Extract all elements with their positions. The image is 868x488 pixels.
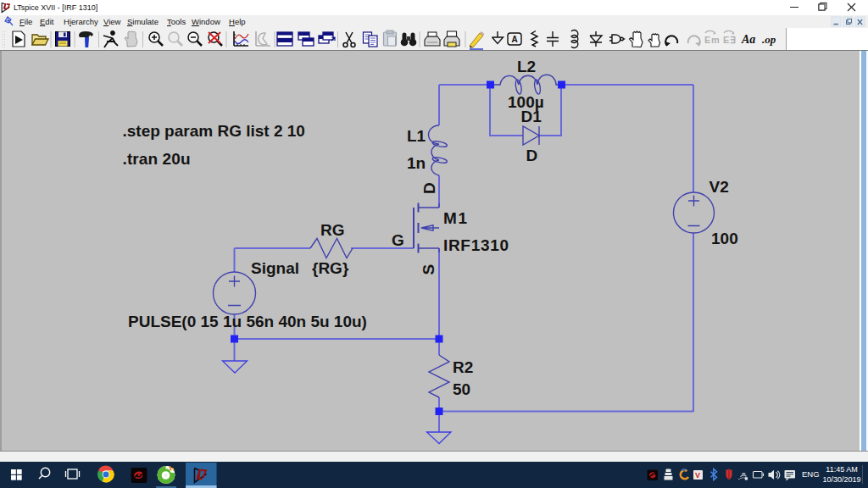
- svg-text:100: 100: [711, 230, 738, 247]
- svg-text:Signal: Signal: [251, 259, 299, 277]
- svg-text:PULSE(0 15 1u 56n 40n 5u 10u): PULSE(0 15 1u 56n 40n 5u 10u): [128, 313, 367, 330]
- svg-text:1n: 1n: [407, 154, 426, 172]
- svg-text:IRF1310: IRF1310: [443, 236, 509, 254]
- svg-text:{RG}: {RG}: [312, 259, 349, 277]
- svg-text:.step param RG list 2 10: .step param RG list 2 10: [123, 122, 305, 140]
- svg-text:S: S: [420, 264, 437, 275]
- svg-text:D: D: [526, 147, 538, 164]
- svg-text:V2: V2: [709, 178, 729, 196]
- svg-text:D1: D1: [521, 108, 542, 125]
- svg-text:50: 50: [453, 380, 470, 398]
- svg-text:M1: M1: [443, 209, 467, 227]
- svg-text:G: G: [392, 231, 404, 249]
- svg-text:V: V: [695, 471, 700, 480]
- svg-text:L1: L1: [407, 127, 426, 145]
- svg-text:R2: R2: [453, 358, 473, 376]
- svg-text:L2: L2: [517, 58, 536, 75]
- svg-text:.tran 20u: .tran 20u: [123, 150, 191, 168]
- svg-text:D: D: [420, 182, 438, 194]
- svg-text:RG: RG: [320, 221, 345, 239]
